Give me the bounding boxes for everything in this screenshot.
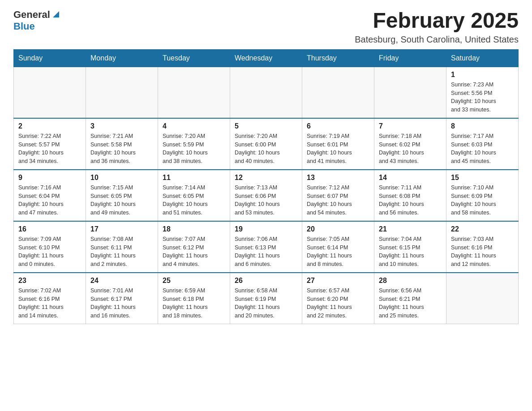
- calendar-title: February 2025: [355, 9, 519, 33]
- day-number: 5: [235, 122, 297, 130]
- calendar-cell: 15Sunrise: 7:10 AM Sunset: 6:09 PM Dayli…: [446, 170, 519, 221]
- day-number: 25: [163, 277, 225, 285]
- calendar-cell: 24Sunrise: 7:01 AM Sunset: 6:17 PM Dayli…: [86, 273, 158, 324]
- day-info: Sunrise: 7:02 AM Sunset: 6:16 PM Dayligh…: [18, 287, 81, 320]
- calendar-cell: 10Sunrise: 7:15 AM Sunset: 6:05 PM Dayli…: [86, 170, 158, 221]
- day-number: 16: [18, 225, 81, 233]
- day-number: 22: [451, 225, 514, 233]
- day-number: 14: [379, 174, 442, 182]
- calendar-cell: 27Sunrise: 6:57 AM Sunset: 6:20 PM Dayli…: [302, 273, 374, 324]
- calendar-cell: 16Sunrise: 7:09 AM Sunset: 6:10 PM Dayli…: [14, 221, 86, 273]
- day-number: 12: [235, 174, 297, 182]
- calendar-cell: 23Sunrise: 7:02 AM Sunset: 6:16 PM Dayli…: [14, 273, 86, 324]
- day-info: Sunrise: 7:12 AM Sunset: 6:07 PM Dayligh…: [307, 184, 369, 217]
- day-info: Sunrise: 7:10 AM Sunset: 6:09 PM Dayligh…: [451, 184, 514, 217]
- calendar-cell: [374, 67, 446, 118]
- calendar-header-tuesday: Tuesday: [158, 49, 230, 67]
- day-number: 26: [235, 277, 297, 285]
- calendar-cell: 8Sunrise: 7:17 AM Sunset: 6:03 PM Daylig…: [446, 118, 519, 170]
- day-info: Sunrise: 7:07 AM Sunset: 6:12 PM Dayligh…: [163, 235, 225, 269]
- day-number: 3: [90, 122, 153, 130]
- calendar-week-1: 1Sunrise: 7:23 AM Sunset: 5:56 PM Daylig…: [14, 67, 519, 118]
- day-info: Sunrise: 7:01 AM Sunset: 6:17 PM Dayligh…: [90, 287, 153, 320]
- day-info: Sunrise: 7:03 AM Sunset: 6:16 PM Dayligh…: [451, 235, 514, 269]
- calendar-cell: [446, 273, 519, 324]
- day-number: 11: [163, 174, 225, 182]
- logo-triangle-icon: [51, 9, 61, 19]
- calendar-cell: 28Sunrise: 6:56 AM Sunset: 6:21 PM Dayli…: [374, 273, 446, 324]
- day-info: Sunrise: 7:17 AM Sunset: 6:03 PM Dayligh…: [451, 132, 514, 166]
- day-info: Sunrise: 6:58 AM Sunset: 6:19 PM Dayligh…: [235, 287, 297, 320]
- calendar-cell: 20Sunrise: 7:05 AM Sunset: 6:14 PM Dayli…: [302, 221, 374, 273]
- calendar-header-thursday: Thursday: [302, 49, 374, 67]
- calendar-week-4: 16Sunrise: 7:09 AM Sunset: 6:10 PM Dayli…: [14, 221, 519, 273]
- day-info: Sunrise: 7:22 AM Sunset: 5:57 PM Dayligh…: [18, 132, 81, 166]
- day-info: Sunrise: 6:56 AM Sunset: 6:21 PM Dayligh…: [379, 287, 442, 320]
- calendar-cell: 17Sunrise: 7:08 AM Sunset: 6:11 PM Dayli…: [86, 221, 158, 273]
- day-number: 24: [90, 277, 153, 285]
- calendar-cell: 22Sunrise: 7:03 AM Sunset: 6:16 PM Dayli…: [446, 221, 519, 273]
- calendar-table: SundayMondayTuesdayWednesdayThursdayFrid…: [13, 49, 519, 324]
- calendar-cell: 1Sunrise: 7:23 AM Sunset: 5:56 PM Daylig…: [446, 67, 519, 118]
- day-info: Sunrise: 7:23 AM Sunset: 5:56 PM Dayligh…: [451, 81, 514, 114]
- calendar-cell: 7Sunrise: 7:18 AM Sunset: 6:02 PM Daylig…: [374, 118, 446, 170]
- svg-marker-0: [53, 11, 59, 17]
- calendar-header-monday: Monday: [86, 49, 158, 67]
- day-info: Sunrise: 7:20 AM Sunset: 5:59 PM Dayligh…: [163, 132, 225, 166]
- day-info: Sunrise: 7:14 AM Sunset: 6:05 PM Dayligh…: [163, 184, 225, 217]
- calendar-header-row: SundayMondayTuesdayWednesdayThursdayFrid…: [14, 49, 519, 67]
- calendar-cell: [86, 67, 158, 118]
- calendar-cell: [158, 67, 230, 118]
- calendar-subtitle: Batesburg, South Carolina, United States: [355, 34, 519, 45]
- day-info: Sunrise: 6:57 AM Sunset: 6:20 PM Dayligh…: [307, 287, 369, 320]
- day-number: 15: [451, 174, 514, 182]
- day-number: 2: [18, 122, 81, 130]
- calendar-header-wednesday: Wednesday: [230, 49, 302, 67]
- calendar-header-friday: Friday: [374, 49, 446, 67]
- day-info: Sunrise: 7:11 AM Sunset: 6:08 PM Dayligh…: [379, 184, 442, 217]
- day-info: Sunrise: 7:19 AM Sunset: 6:01 PM Dayligh…: [307, 132, 369, 166]
- calendar-cell: 21Sunrise: 7:04 AM Sunset: 6:15 PM Dayli…: [374, 221, 446, 273]
- day-info: Sunrise: 7:05 AM Sunset: 6:14 PM Dayligh…: [307, 235, 369, 269]
- calendar-cell: [302, 67, 374, 118]
- day-number: 4: [163, 122, 225, 130]
- calendar-week-5: 23Sunrise: 7:02 AM Sunset: 6:16 PM Dayli…: [14, 273, 519, 324]
- day-number: 21: [379, 225, 442, 233]
- day-info: Sunrise: 7:08 AM Sunset: 6:11 PM Dayligh…: [90, 235, 153, 269]
- day-info: Sunrise: 7:04 AM Sunset: 6:15 PM Dayligh…: [379, 235, 442, 269]
- day-info: Sunrise: 7:06 AM Sunset: 6:13 PM Dayligh…: [235, 235, 297, 269]
- day-info: Sunrise: 6:59 AM Sunset: 6:18 PM Dayligh…: [163, 287, 225, 320]
- day-number: 23: [18, 277, 81, 285]
- calendar-cell: 11Sunrise: 7:14 AM Sunset: 6:05 PM Dayli…: [158, 170, 230, 221]
- calendar-cell: 6Sunrise: 7:19 AM Sunset: 6:01 PM Daylig…: [302, 118, 374, 170]
- calendar-header-sunday: Sunday: [14, 49, 86, 67]
- day-info: Sunrise: 7:18 AM Sunset: 6:02 PM Dayligh…: [379, 132, 442, 166]
- calendar-cell: [230, 67, 302, 118]
- day-number: 1: [451, 71, 514, 79]
- day-info: Sunrise: 7:20 AM Sunset: 6:00 PM Dayligh…: [235, 132, 297, 166]
- calendar-cell: 5Sunrise: 7:20 AM Sunset: 6:00 PM Daylig…: [230, 118, 302, 170]
- day-info: Sunrise: 7:21 AM Sunset: 5:58 PM Dayligh…: [90, 132, 153, 166]
- day-info: Sunrise: 7:16 AM Sunset: 6:04 PM Dayligh…: [18, 184, 81, 217]
- calendar-cell: 26Sunrise: 6:58 AM Sunset: 6:19 PM Dayli…: [230, 273, 302, 324]
- calendar-week-2: 2Sunrise: 7:22 AM Sunset: 5:57 PM Daylig…: [14, 118, 519, 170]
- day-number: 27: [307, 277, 369, 285]
- day-number: 28: [379, 277, 442, 285]
- calendar-cell: 2Sunrise: 7:22 AM Sunset: 5:57 PM Daylig…: [14, 118, 86, 170]
- day-number: 9: [18, 174, 81, 182]
- day-number: 19: [235, 225, 297, 233]
- day-number: 18: [163, 225, 225, 233]
- calendar-cell: 3Sunrise: 7:21 AM Sunset: 5:58 PM Daylig…: [86, 118, 158, 170]
- logo: General Blue: [13, 9, 61, 32]
- day-info: Sunrise: 7:09 AM Sunset: 6:10 PM Dayligh…: [18, 235, 81, 269]
- logo-general-text: General: [13, 9, 50, 21]
- calendar-cell: 25Sunrise: 6:59 AM Sunset: 6:18 PM Dayli…: [158, 273, 230, 324]
- day-number: 20: [307, 225, 369, 233]
- title-section: February 2025 Batesburg, South Carolina,…: [355, 9, 519, 45]
- day-number: 6: [307, 122, 369, 130]
- calendar-header-saturday: Saturday: [446, 49, 519, 67]
- calendar-cell: 14Sunrise: 7:11 AM Sunset: 6:08 PM Dayli…: [374, 170, 446, 221]
- calendar-cell: 18Sunrise: 7:07 AM Sunset: 6:12 PM Dayli…: [158, 221, 230, 273]
- day-number: 17: [90, 225, 153, 233]
- day-number: 13: [307, 174, 369, 182]
